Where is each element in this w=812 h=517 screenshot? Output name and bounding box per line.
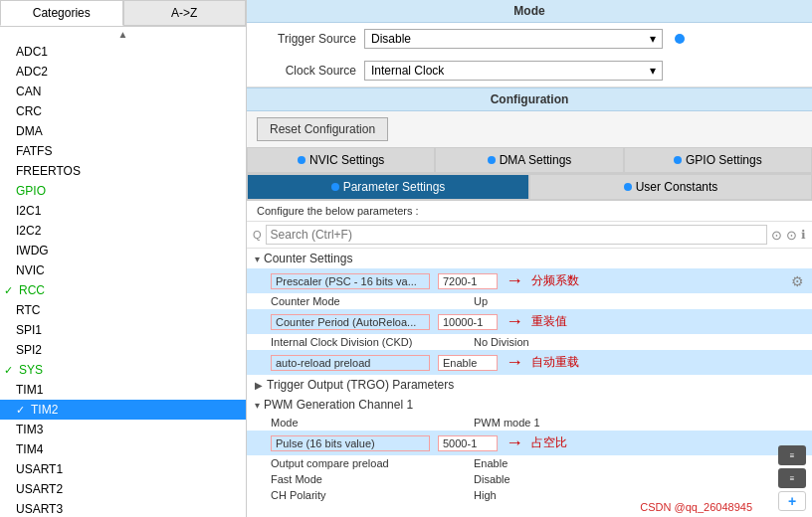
search-icon: Q xyxy=(253,229,262,241)
trigger-source-value: Disable xyxy=(371,32,411,46)
pwm-channel-group[interactable]: ▾ PWM Generation Channel 1 xyxy=(247,395,812,415)
sidebar-item-spi1[interactable]: SPI1 xyxy=(0,320,246,340)
sidebar-item-gpio[interactable]: GPIO xyxy=(0,181,246,201)
sidebar-item-sys[interactable]: ✓SYS xyxy=(0,360,246,380)
sidebar-item-usart3[interactable]: USART3 xyxy=(0,499,246,517)
check-icon: ✓ xyxy=(4,364,13,377)
sidebar-item-adc1[interactable]: ADC1 xyxy=(0,42,246,62)
sidebar-item-spi2[interactable]: SPI2 xyxy=(0,340,246,360)
arrow-right-icon: → xyxy=(506,311,523,332)
parameter-area: Configure the below parameters : Q ⊙ ⊙ ℹ… xyxy=(247,201,812,517)
param-row-pwm-mode: Mode PWM mode 1 xyxy=(247,415,812,431)
sidebar-item-iwdg[interactable]: IWDG xyxy=(0,241,246,260)
sub-tab-parameter-settings[interactable]: Parameter Settings xyxy=(247,174,529,200)
arrow-right-icon: → xyxy=(506,270,523,291)
tab-atoz[interactable]: A->Z xyxy=(123,0,247,26)
sidebar-item-label: USART1 xyxy=(16,462,63,476)
sidebar-item-dma[interactable]: DMA xyxy=(0,121,246,141)
sidebar-item-tim3[interactable]: TIM3 xyxy=(0,420,246,439)
sidebar-item-usart1[interactable]: USART1 xyxy=(0,459,246,479)
sidebar-item-label: TIM2 xyxy=(31,403,58,417)
sidebar-item-rcc[interactable]: ✓RCC xyxy=(0,280,246,300)
group-label: PWM Generation Channel 1 xyxy=(264,398,413,412)
tab-gpio-settings[interactable]: GPIO Settings xyxy=(624,147,812,173)
chat-bubble-plus[interactable]: + xyxy=(778,491,806,511)
param-description: Configure the below parameters : xyxy=(247,201,812,222)
param-value-pulse[interactable]: 5000-1 xyxy=(438,435,498,451)
sidebar-item-label: TIM1 xyxy=(16,383,43,397)
tab-categories[interactable]: Categories xyxy=(0,0,123,26)
counter-settings-group[interactable]: ▾ Counter Settings xyxy=(247,249,812,268)
scroll-up-arrow[interactable]: ▲ xyxy=(0,27,246,42)
check-icon: ✓ xyxy=(16,404,25,417)
sidebar-item-nvic[interactable]: NVIC xyxy=(0,260,246,280)
sidebar-item-label: TIM4 xyxy=(16,442,43,456)
sub-tab-label: Parameter Settings xyxy=(343,180,446,194)
tab-dot xyxy=(331,183,339,191)
config-tab-bar: NVIC Settings DMA Settings GPIO Settings xyxy=(247,147,812,174)
clock-source-label: Clock Source xyxy=(257,64,356,78)
chat-bubble-1[interactable]: ≡ xyxy=(778,445,806,465)
sidebar-item-usart2[interactable]: USART2 xyxy=(0,479,246,499)
sidebar-item-adc2[interactable]: ADC2 xyxy=(0,62,246,82)
param-value-counter-period[interactable]: 10000-1 xyxy=(438,314,498,330)
sidebar-item-label: USART2 xyxy=(16,482,63,496)
param-value-output-compare: Enable xyxy=(470,457,549,469)
reset-config-button[interactable]: Reset Configuration xyxy=(257,117,388,141)
sidebar-item-label: NVIC xyxy=(16,263,45,277)
sidebar-list: ADC1 ADC2 CAN CRC DMA FATFS FREERTOS GPI… xyxy=(0,42,246,517)
param-row-counter-mode: Counter Mode Up xyxy=(247,293,812,309)
sidebar-item-can[interactable]: CAN xyxy=(0,82,246,101)
search-input[interactable] xyxy=(266,225,767,245)
chevron-right-icon: ▶ xyxy=(255,380,263,391)
sidebar-item-label: SPI1 xyxy=(16,323,42,337)
param-name-output-compare: Output compare preload xyxy=(271,457,470,469)
sidebar-item-label: CAN xyxy=(16,85,41,98)
sub-tab-user-constants[interactable]: User Constants xyxy=(529,174,812,200)
group-label: Trigger Output (TRGO) Parameters xyxy=(267,378,454,392)
param-value-counter-mode: Up xyxy=(470,295,549,307)
sidebar-tab-bar: Categories A->Z xyxy=(0,0,246,27)
sidebar-item-label: ADC1 xyxy=(16,45,48,59)
annotation-auto-reload: 自动重载 xyxy=(531,354,579,371)
sidebar-item-rtc[interactable]: RTC xyxy=(0,300,246,320)
mode-section: Trigger Source Disable ▾ Clock Source In… xyxy=(247,23,812,87)
chat-bubble-2[interactable]: ≡ xyxy=(778,468,806,488)
clock-source-row: Clock Source Internal Clock ▾ xyxy=(247,55,812,86)
sidebar-item-tim1[interactable]: TIM1 xyxy=(0,380,246,400)
annotation-pulse: 占空比 xyxy=(531,434,567,451)
sidebar-item-label: DMA xyxy=(16,124,43,138)
annotation-prescaler: 分频系数 xyxy=(531,272,579,289)
param-name-auto-reload: auto-reload preload xyxy=(271,355,430,371)
trigger-output-group[interactable]: ▶ Trigger Output (TRGO) Parameters xyxy=(247,375,812,395)
sidebar-item-tim4[interactable]: TIM4 xyxy=(0,439,246,459)
param-value-prescaler[interactable]: 7200-1 xyxy=(438,273,498,289)
sidebar-item-label: SYS xyxy=(19,363,43,377)
info-icon[interactable]: ℹ xyxy=(801,228,806,242)
sidebar-item-crc[interactable]: CRC xyxy=(0,101,246,121)
tab-dma-settings[interactable]: DMA Settings xyxy=(435,147,623,173)
sidebar-item-label: IWDG xyxy=(16,244,49,258)
chevron-down-icon: ▾ xyxy=(650,64,656,78)
pwm-channel-section: ▾ PWM Generation Channel 1 Mode PWM mode… xyxy=(247,395,812,503)
clock-source-select[interactable]: Internal Clock ▾ xyxy=(364,61,663,81)
sidebar-item-tim2[interactable]: ✓TIM2 xyxy=(0,400,246,420)
check-icon: ✓ xyxy=(4,284,13,297)
next-result-icon[interactable]: ⊙ xyxy=(786,228,797,243)
trigger-source-label: Trigger Source xyxy=(257,32,356,46)
param-name-pwm-mode: Mode xyxy=(271,417,470,429)
sidebar-item-freertos[interactable]: FREERTOS xyxy=(0,161,246,181)
param-value-pwm-mode: PWM mode 1 xyxy=(470,417,549,429)
sidebar-item-i2c1[interactable]: I2C1 xyxy=(0,201,246,221)
param-value-auto-reload[interactable]: Enable xyxy=(438,355,498,371)
prev-result-icon[interactable]: ⊙ xyxy=(771,228,782,243)
sidebar-item-label: ADC2 xyxy=(16,65,48,79)
trigger-source-select[interactable]: Disable ▾ xyxy=(364,29,663,49)
param-value-fast-mode: Disable xyxy=(470,473,549,485)
group-label: Counter Settings xyxy=(264,252,352,265)
sidebar-item-fatfs[interactable]: FATFS xyxy=(0,141,246,161)
param-row-auto-reload: auto-reload preload Enable → 自动重载 xyxy=(247,350,812,375)
gear-icon[interactable]: ⚙ xyxy=(791,273,804,289)
sidebar-item-i2c2[interactable]: I2C2 xyxy=(0,221,246,241)
tab-nvic-settings[interactable]: NVIC Settings xyxy=(247,147,435,173)
